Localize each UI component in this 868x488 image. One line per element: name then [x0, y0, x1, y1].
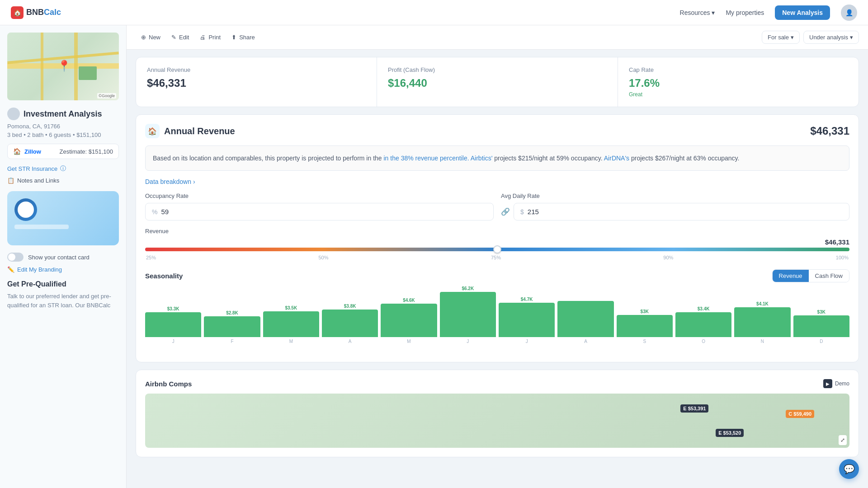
- bar-month-label: J: [467, 339, 469, 344]
- avg-daily-input[interactable]: $ 215: [514, 203, 849, 221]
- revenue-percentile-link[interactable]: in the 38% revenue percentile. Airbtics': [384, 155, 493, 162]
- bar-column: $3.8KA: [322, 304, 378, 344]
- bar: [204, 316, 260, 338]
- bar-column: $3KD: [793, 310, 849, 344]
- toolbar-right: For sale ▾ Under analysis ▾: [762, 31, 859, 44]
- slider-thumb[interactable]: [493, 245, 501, 253]
- bar: [734, 307, 790, 337]
- main-content: ⊕ New ✎ Edit 🖨 Print ⬆ Share For sale ▾: [127, 25, 868, 488]
- slider-label-100: 100%: [836, 255, 849, 260]
- new-analysis-button[interactable]: New Analysis: [775, 5, 830, 20]
- expand-icon[interactable]: ⤢: [839, 435, 847, 445]
- avatar-icon: 👤: [845, 9, 853, 16]
- airdna-link[interactable]: AirDNA's: [604, 155, 629, 162]
- bar-month-label: F: [231, 339, 233, 344]
- nav-my-properties[interactable]: My properties: [726, 9, 764, 16]
- notes-links-button[interactable]: 📋 Notes and Links: [7, 177, 119, 184]
- dollar-icon: $: [520, 208, 524, 216]
- nav-resources[interactable]: Resources ▾: [680, 9, 715, 16]
- zillow-button[interactable]: 🏠 Zillow Zestimate: $151,100: [7, 144, 119, 159]
- str-insurance-link[interactable]: Get STR Insurance ⓘ: [7, 164, 119, 173]
- avg-daily-group: Avg Daily Rate 🔗 $ 215: [501, 192, 849, 221]
- occupancy-label: Occupancy Rate: [145, 192, 494, 199]
- bar-month-label: O: [702, 339, 705, 344]
- logo: 🏠 BNBCalc: [11, 6, 61, 19]
- tab-cash-flow[interactable]: Cash Flow: [809, 270, 849, 282]
- bar-column: A: [557, 300, 613, 344]
- annual-revenue-stat: Annual Revenue $46,331: [136, 57, 377, 107]
- section-title: 🏠 Annual Revenue: [145, 124, 235, 138]
- link-icon[interactable]: 🔗: [501, 207, 510, 216]
- logo-text: BNBCalc: [26, 8, 61, 17]
- property-name: Investment Analysis: [24, 109, 102, 119]
- zillow-icon: 🏠: [13, 148, 21, 155]
- property-details: 3 bed • 2 bath • 6 guests • $151,100: [7, 131, 119, 138]
- toggle-knob: [8, 253, 15, 261]
- new-button[interactable]: ⊕ New: [136, 31, 166, 43]
- zillow-estimate: Zestimate: $151,100: [59, 148, 113, 155]
- seasonality-header: Seasonality Revenue Cash Flow: [145, 269, 849, 282]
- property-avatar: [7, 108, 20, 120]
- slider-label-90: 90%: [663, 255, 673, 260]
- bar-value-label: $3.3K: [167, 306, 179, 311]
- bar: [617, 315, 673, 337]
- share-icon: ⬆: [231, 34, 236, 41]
- bar-column: $6.2KJ: [440, 286, 496, 344]
- data-breakdown-link[interactable]: Data breakdown ›: [145, 178, 849, 185]
- header-nav: Resources ▾ My properties New Analysis 👤: [680, 5, 857, 21]
- header: 🏠 BNBCalc Resources ▾ My properties New …: [0, 0, 868, 25]
- revenue-description: Based on its location and comparables, t…: [145, 145, 849, 171]
- bar-value-label: $4.6K: [403, 298, 415, 303]
- seasonality-title: Seasonality: [145, 272, 183, 280]
- slider-value: $46,331: [145, 238, 849, 246]
- comps-title: Airbnb Comps: [145, 380, 192, 388]
- metrics-row: Occupancy Rate % 59 Avg Daily Rate 🔗 $ 2…: [145, 192, 849, 221]
- get-qualified-desc: Talk to our preferred lender and get pre…: [7, 292, 119, 310]
- under-analysis-dropdown[interactable]: Under analysis ▾: [803, 31, 859, 44]
- chat-bubble[interactable]: 💬: [839, 459, 859, 479]
- tab-revenue[interactable]: Revenue: [773, 270, 809, 282]
- bar-chart: $3.3KJ$2.8KF$3.5KM$3.8KA$4.6KM$6.2KJ$4.7…: [145, 290, 849, 353]
- get-qualified-title: Get Pre-Qualified: [7, 280, 119, 288]
- slider-track: [145, 248, 849, 251]
- comps-map-bg: [145, 394, 849, 448]
- cap-rate-label: Cap Rate: [629, 66, 848, 73]
- bar: [381, 304, 437, 338]
- chevron-down-icon: ▾: [712, 9, 715, 16]
- seasonality-section: Seasonality Revenue Cash Flow $3.3KJ$2.8…: [145, 269, 849, 353]
- bar: [322, 310, 378, 338]
- profit-stat: Profit (Cash Flow) $16,440: [377, 57, 618, 107]
- comp-price-1: E $53,391: [680, 404, 708, 413]
- bar-column: $4.6KM: [381, 298, 437, 344]
- notes-icon: 📋: [7, 177, 14, 184]
- occupancy-value: 59: [161, 208, 169, 216]
- bar-value-label: $3.4K: [698, 306, 710, 311]
- bar-value-label: $3K: [641, 309, 649, 314]
- bar-month-label: M: [289, 339, 293, 344]
- main-layout: 📍 ©Google Investment Analysis Pomona, CA…: [0, 25, 868, 488]
- map-label: ©Google: [97, 93, 116, 99]
- stats-row: Annual Revenue $46,331 Profit (Cash Flow…: [136, 57, 859, 107]
- for-sale-dropdown[interactable]: For sale ▾: [762, 31, 800, 44]
- print-button[interactable]: 🖨 Print: [194, 31, 226, 43]
- comp-price-2: C $59,490: [786, 410, 814, 418]
- bar-value-label: $3.5K: [285, 305, 297, 310]
- get-qualified-section: Get Pre-Qualified Talk to our preferred …: [7, 280, 119, 310]
- edit-icon: ✏️: [7, 266, 14, 273]
- slider-label-25: 25%: [146, 255, 156, 260]
- percent-icon: %: [152, 208, 157, 216]
- bar-value-label: $4.7K: [521, 297, 533, 302]
- revenue-slider-section: Revenue $46,331 25% 50% 75% 90% 100%: [145, 228, 849, 260]
- edit-button[interactable]: ✎ Edit: [166, 31, 194, 43]
- bar-column: $3.4KO: [675, 306, 731, 344]
- avatar[interactable]: 👤: [841, 5, 857, 21]
- agent-card: [7, 191, 119, 245]
- contact-card-toggle[interactable]: [7, 253, 24, 262]
- slider-label-50: 50%: [318, 255, 328, 260]
- edit-branding-link[interactable]: ✏️ Edit My Branding: [7, 266, 119, 273]
- section-icon: 🏠: [145, 124, 160, 138]
- contact-toggle: Show your contact card: [7, 253, 119, 262]
- occupancy-input[interactable]: % 59: [145, 203, 494, 221]
- share-button[interactable]: ⬆ Share: [226, 31, 260, 43]
- annual-revenue-value: $46,331: [147, 77, 366, 89]
